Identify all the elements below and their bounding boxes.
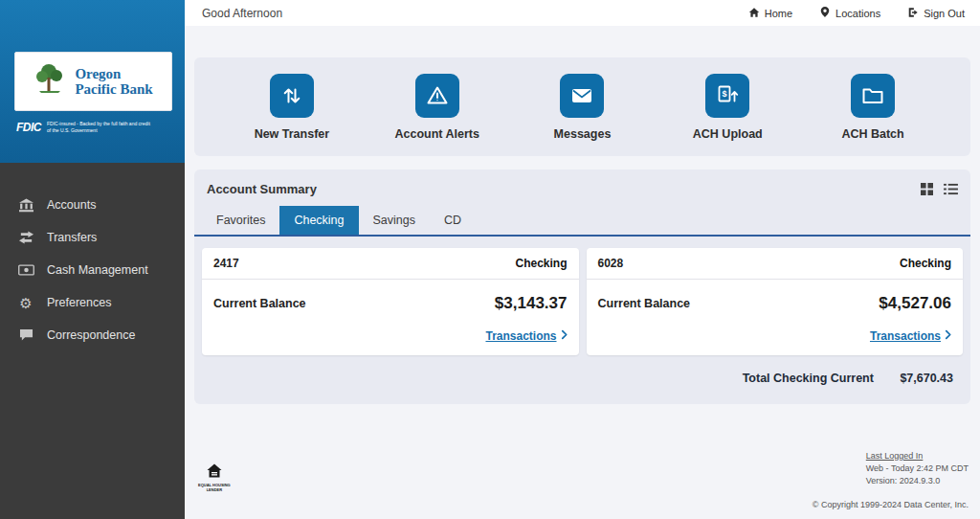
quick-action-label: Account Alerts — [394, 127, 479, 141]
account-card-footer: Transactions — [202, 319, 579, 355]
account-summary-title: Account Summary — [207, 182, 317, 196]
sign-out-link[interactable]: Sign Out — [907, 6, 965, 20]
bank-name-line1: Oregon — [75, 66, 152, 82]
balance-label: Current Balance — [213, 297, 306, 310]
home-link-label: Home — [765, 8, 792, 19]
sidebar-item-correspondence[interactable]: Correspondence — [0, 319, 185, 351]
login-info: Last Logged In Web - Today 2:42 PM CDT V… — [866, 451, 969, 488]
locations-link-label: Locations — [835, 8, 880, 19]
tab-favorites[interactable]: Favorites — [202, 206, 279, 235]
location-pin-icon — [819, 6, 831, 20]
sign-out-link-label: Sign Out — [924, 8, 965, 19]
bank-name-line2: Pacific Bank — [75, 81, 152, 98]
account-tabs: Favorites Checking Savings CD — [194, 206, 970, 237]
quick-action-messages[interactable]: Messages — [510, 74, 654, 141]
account-card-header: 6028 Checking — [587, 248, 964, 280]
quick-action-label: Messages — [554, 127, 612, 141]
envelope-icon — [560, 74, 604, 118]
account-card: 2417 Checking Current Balance $3,143.37 … — [202, 248, 579, 355]
home-link[interactable]: Home — [748, 6, 792, 20]
sidebar-item-label: Correspondence — [47, 328, 135, 342]
grid-view-icon[interactable] — [921, 183, 933, 195]
last-logged-in-link[interactable]: Last Logged In — [866, 451, 969, 461]
document-upload-icon: $ — [705, 74, 749, 118]
gear-icon: ⚙ — [17, 296, 34, 310]
account-number: 6028 — [598, 257, 624, 270]
quick-actions-panel: New Transfer Account Alerts Messages — [194, 57, 970, 156]
topbar-links: Home Locations Sign Out — [748, 6, 965, 20]
account-card-header: 2417 Checking — [202, 248, 579, 280]
account-card: 6028 Checking Current Balance $4,527.06 … — [587, 248, 964, 355]
sidebar-nav: Accounts Transfers Cash Management ⚙ Pre… — [0, 163, 185, 351]
equal-housing-text: EQUAL HOUSING LENDER — [198, 483, 231, 492]
total-value: $7,670.43 — [900, 372, 953, 385]
total-label: Total Checking Current — [743, 372, 874, 385]
bank-icon — [17, 198, 34, 213]
cash-icon — [17, 264, 34, 276]
topbar: Good Afternoon Home Locations — [185, 0, 980, 26]
tab-cd[interactable]: CD — [430, 206, 476, 235]
app-root: Oregon Pacific Bank FDIC FDIC-insured - … — [0, 0, 980, 519]
balance-label: Current Balance — [598, 297, 691, 310]
account-card-body: Current Balance $3,143.37 — [202, 280, 579, 319]
transactions-link-label: Transactions — [485, 329, 556, 343]
account-type: Checking — [515, 257, 567, 270]
sidebar: Oregon Pacific Bank FDIC FDIC-insured - … — [0, 0, 185, 519]
up-down-arrows-icon — [270, 74, 314, 118]
equal-housing-house-icon — [207, 463, 222, 482]
quick-action-label: ACH Batch — [841, 127, 903, 141]
footer-info: Last Logged In Web - Today 2:42 PM CDT V… — [813, 451, 969, 509]
sidebar-item-preferences[interactable]: ⚙ Preferences — [0, 286, 185, 319]
locations-link[interactable]: Locations — [819, 6, 880, 20]
chevron-right-icon — [561, 329, 568, 343]
sidebar-item-label: Preferences — [47, 296, 111, 309]
quick-action-new-transfer[interactable]: New Transfer — [220, 74, 364, 141]
sidebar-item-cash-management[interactable]: Cash Management — [0, 254, 185, 286]
sidebar-item-label: Transfers — [47, 231, 97, 244]
copyright-text: © Copyright 1999-2024 Data Center, Inc. — [813, 500, 969, 509]
fdic-label: FDIC — [16, 121, 41, 134]
account-card-body: Current Balance $4,527.06 — [587, 280, 964, 319]
folder-icon — [851, 74, 895, 118]
account-type: Checking — [900, 257, 951, 270]
chevron-right-icon — [945, 329, 951, 343]
account-summary-header: Account Summary — [194, 169, 970, 206]
transactions-link[interactable]: Transactions — [485, 329, 567, 343]
equal-housing-lender-logo: EQUAL HOUSING LENDER — [198, 463, 231, 492]
fdic-badge: FDIC FDIC-insured - Backed by the full f… — [14, 121, 172, 134]
main-area: Good Afternoon Home Locations — [185, 0, 980, 519]
view-toggles — [921, 183, 958, 195]
bank-logo: Oregon Pacific Bank — [14, 52, 172, 111]
svg-text:$: $ — [723, 89, 727, 99]
balance-value: $3,143.37 — [495, 294, 568, 313]
transactions-link[interactable]: Transactions — [870, 329, 951, 343]
quick-action-label: ACH Upload — [693, 127, 763, 141]
session-info: Web - Today 2:42 PM CDT — [866, 463, 969, 473]
sidebar-brand-area: Oregon Pacific Bank FDIC FDIC-insured - … — [0, 0, 185, 163]
sign-out-icon — [907, 7, 919, 20]
speech-bubble-icon — [17, 328, 34, 342]
quick-action-label: New Transfer — [255, 127, 330, 141]
account-summary-panel: Account Summary Favorites Checking Savin… — [194, 169, 970, 404]
account-card-footer: Transactions — [587, 319, 964, 355]
balance-value: $4,527.06 — [879, 294, 951, 313]
quick-action-ach-batch[interactable]: ACH Batch — [801, 74, 945, 141]
alert-triangle-icon — [415, 74, 459, 118]
quick-action-account-alerts[interactable]: Account Alerts — [366, 74, 509, 141]
accounts-row: 2417 Checking Current Balance $3,143.37 … — [194, 237, 970, 357]
sidebar-item-label: Cash Management — [47, 263, 148, 277]
sidebar-item-transfers[interactable]: Transfers — [0, 221, 185, 254]
bank-logo-tree-icon — [33, 60, 72, 102]
transfer-arrows-icon — [17, 231, 34, 244]
account-number: 2417 — [213, 257, 239, 270]
list-view-icon[interactable] — [944, 183, 958, 195]
greeting: Good Afternoon — [202, 7, 282, 20]
tab-checking[interactable]: Checking — [279, 206, 358, 235]
sidebar-item-accounts[interactable]: Accounts — [0, 189, 185, 221]
quick-action-ach-upload[interactable]: $ ACH Upload — [656, 74, 799, 141]
footer: EQUAL HOUSING LENDER Last Logged In Web … — [194, 432, 970, 511]
home-icon — [748, 7, 760, 20]
tab-savings[interactable]: Savings — [359, 206, 430, 235]
content: New Transfer Account Alerts Messages — [185, 26, 980, 519]
total-row: Total Checking Current $7,670.43 — [194, 357, 970, 402]
